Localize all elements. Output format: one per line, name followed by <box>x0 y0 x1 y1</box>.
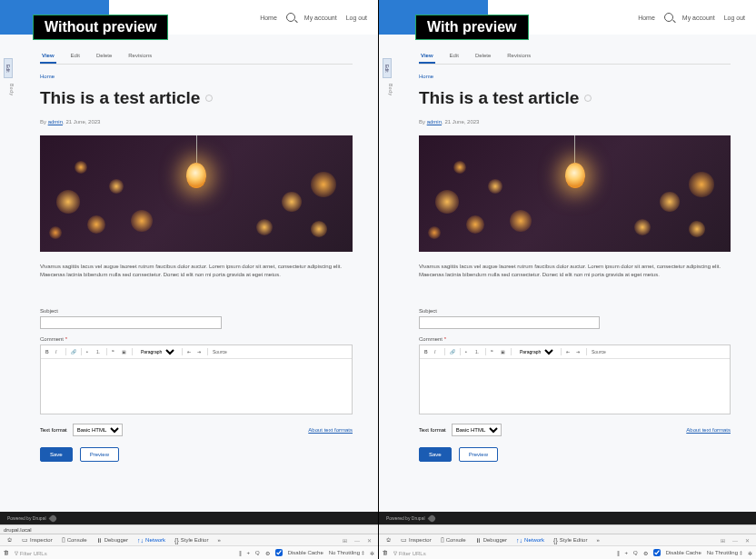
nav-log-out[interactable]: Log out <box>346 15 367 21</box>
tab-revisions[interactable]: Revisions <box>126 49 154 64</box>
devtools-close-icon[interactable]: ✕ <box>742 537 752 544</box>
gear-icon[interactable] <box>205 95 213 102</box>
article-body: Vivamus sagittis lacus vel augue laoreet… <box>419 263 731 279</box>
breadcrumb[interactable]: Home <box>40 74 353 79</box>
devtools-tab-inspector[interactable]: ▭Inspector <box>397 536 435 544</box>
italic-icon[interactable]: I <box>55 349 61 354</box>
quote-icon[interactable]: ❝ <box>491 349 496 354</box>
tab-delete[interactable]: Delete <box>473 49 492 64</box>
trash-icon[interactable]: 🗑 <box>4 550 9 555</box>
devtools-settings-icon[interactable]: ✲ <box>370 550 374 556</box>
side-edit-tab[interactable]: Edit <box>4 58 13 78</box>
preview-button[interactable]: Preview <box>459 447 498 462</box>
format-select[interactable]: Paragraph <box>516 348 556 355</box>
link-icon[interactable]: 🔗 <box>71 349 76 354</box>
devtools-tab-console[interactable]: ▯Console <box>58 536 91 544</box>
disable-cache-checkbox[interactable] <box>275 549 283 556</box>
text-format-select[interactable]: Basic HTML <box>73 424 123 436</box>
devtools-tab-style[interactable]: {}Style Editor <box>171 537 212 544</box>
nav-log-out[interactable]: Log out <box>724 15 745 21</box>
editor-body[interactable] <box>420 359 730 414</box>
byline-author[interactable]: admin <box>427 119 442 125</box>
subject-input[interactable] <box>40 316 222 329</box>
search-icon[interactable] <box>286 13 295 22</box>
devtools-panel-icon[interactable]: ⊞ <box>340 537 350 544</box>
image-icon[interactable]: ▣ <box>122 349 127 354</box>
devtools-overflow-icon[interactable]: » <box>214 537 224 543</box>
save-button[interactable]: Save <box>40 447 73 462</box>
devtools-overflow-icon[interactable]: » <box>592 537 602 543</box>
search-dev-icon[interactable]: Q <box>255 550 260 555</box>
tab-view[interactable]: View <box>40 49 56 64</box>
gear-dev-icon[interactable]: ⚙ <box>643 550 648 556</box>
devtools-more-icon[interactable]: ⋯ <box>352 537 363 544</box>
devtools-picker-icon[interactable]: ⯐ <box>4 537 16 543</box>
list-number-icon[interactable]: 1. <box>475 349 481 354</box>
list-bullet-icon[interactable]: • <box>86 349 92 354</box>
tab-revisions[interactable]: Revisions <box>505 49 532 64</box>
link-icon[interactable]: 🔗 <box>450 349 455 354</box>
devtools-tab-console[interactable]: ▯Console <box>437 536 470 544</box>
quote-icon[interactable]: ❝ <box>112 349 117 354</box>
nav-my-account[interactable]: My account <box>682 15 715 21</box>
nav-home[interactable]: Home <box>638 15 655 21</box>
nav-my-account[interactable]: My account <box>304 15 337 21</box>
devtools-close-icon[interactable]: ✕ <box>364 537 374 544</box>
indent-out-icon[interactable]: ⇤ <box>566 349 572 354</box>
preview-button[interactable]: Preview <box>80 447 119 462</box>
about-text-formats-link[interactable]: About text formats <box>686 427 731 433</box>
tab-view[interactable]: View <box>419 49 435 64</box>
devtools-tab-inspector[interactable]: ▭Inspector <box>18 536 56 544</box>
image-icon[interactable]: ▣ <box>501 349 506 354</box>
subject-input[interactable] <box>419 316 600 329</box>
list-number-icon[interactable]: 1. <box>96 349 102 354</box>
tab-edit[interactable]: Edit <box>69 49 82 64</box>
editor-body[interactable] <box>41 359 352 414</box>
disable-cache-checkbox[interactable] <box>653 549 661 556</box>
search-icon[interactable] <box>664 13 673 22</box>
devtools-tab-network[interactable]: ↑↓Network <box>134 537 169 544</box>
source-button[interactable]: Source <box>213 349 227 354</box>
devtools-tab-style[interactable]: {}Style Editor <box>550 537 591 544</box>
text-format-select[interactable]: Basic HTML <box>452 424 502 436</box>
search-icon[interactable]: + <box>247 550 251 555</box>
about-text-formats-link[interactable]: About text formats <box>308 427 353 433</box>
devtools-tab-debugger[interactable]: ⏸Debugger <box>472 537 511 544</box>
italic-icon[interactable]: I <box>434 349 440 354</box>
byline-date: 21 June, 2023 <box>444 119 479 125</box>
tab-delete[interactable]: Delete <box>94 49 114 64</box>
bold-icon[interactable]: B <box>45 349 51 354</box>
indent-out-icon[interactable]: ⇤ <box>187 349 193 354</box>
pause-icon[interactable]: ‖ <box>617 550 620 556</box>
devtools-more-icon[interactable]: ⋯ <box>730 537 741 544</box>
save-button[interactable]: Save <box>419 447 452 462</box>
format-select[interactable]: Paragraph <box>137 348 177 355</box>
bold-icon[interactable]: B <box>424 349 430 354</box>
throttling-select[interactable]: No Throttling ‡ <box>329 550 364 555</box>
trash-icon[interactable]: 🗑 <box>383 550 388 555</box>
subject-label: Subject <box>40 308 353 314</box>
devtools-tab-debugger[interactable]: ⏸Debugger <box>93 537 132 544</box>
search-icon[interactable]: + <box>625 550 629 555</box>
source-button[interactable]: Source <box>592 349 606 354</box>
side-body-label: Body <box>388 84 393 95</box>
throttling-select[interactable]: No Throttling ‡ <box>707 550 742 555</box>
tab-edit[interactable]: Edit <box>448 49 461 64</box>
pause-icon[interactable]: ‖ <box>239 550 242 556</box>
devtools-settings-icon[interactable]: ✲ <box>748 550 752 556</box>
breadcrumb[interactable]: Home <box>419 74 731 79</box>
indent-in-icon[interactable]: ⇥ <box>576 349 582 354</box>
devtools-tab-network[interactable]: ↑↓Network <box>512 537 548 544</box>
byline-author[interactable]: admin <box>48 119 63 125</box>
filter-input[interactable]: ∇ Filter URLs <box>15 550 47 556</box>
nav-home[interactable]: Home <box>260 15 277 21</box>
devtools-panel-icon[interactable]: ⊞ <box>718 537 728 544</box>
filter-input[interactable]: ∇ Filter URLs <box>393 550 426 556</box>
list-bullet-icon[interactable]: • <box>465 349 471 354</box>
search-dev-icon[interactable]: Q <box>633 550 638 555</box>
devtools-picker-icon[interactable]: ⯐ <box>383 537 395 543</box>
gear-dev-icon[interactable]: ⚙ <box>265 550 270 556</box>
indent-in-icon[interactable]: ⇥ <box>197 349 203 354</box>
side-edit-tab[interactable]: Edit <box>383 58 392 78</box>
gear-icon[interactable] <box>584 95 592 102</box>
